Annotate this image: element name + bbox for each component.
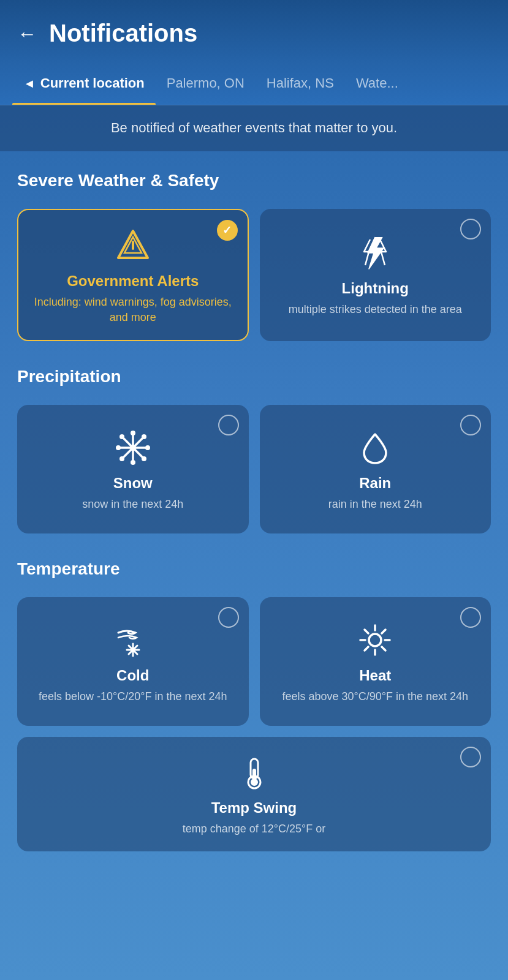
header: ← Notifications (0, 0, 508, 62)
lightning-card[interactable]: Lightning multiple strikes detected in t… (260, 209, 491, 341)
cold-checkbox[interactable] (218, 607, 239, 628)
govt-alerts-checkbox[interactable] (217, 220, 238, 241)
back-button[interactable]: ← (17, 24, 37, 43)
svg-point-10 (145, 445, 150, 450)
location-icon: ◄ (23, 77, 36, 91)
temperature-section: Temperature (0, 540, 508, 597)
temp-swing-card[interactable]: Temp Swing temp change of 12°C/25°F or (17, 737, 491, 851)
svg-point-14 (119, 456, 124, 461)
snow-checkbox[interactable] (218, 415, 239, 435)
tab-halifax[interactable]: Halifax, NS (256, 62, 345, 105)
cold-card[interactable]: Cold feels below -10°C/20°F in the next … (17, 597, 249, 726)
svg-point-21 (369, 634, 381, 646)
snow-icon (115, 429, 151, 466)
svg-point-7 (131, 431, 135, 435)
lightning-name: Lightning (342, 280, 409, 297)
svg-line-29 (365, 647, 368, 650)
precipitation-cards: Snow snow in the next 24h Rain rain in t… (0, 405, 508, 540)
tab-wate-label: Wate... (356, 75, 398, 91)
svg-point-20 (131, 647, 135, 652)
svg-point-8 (131, 460, 135, 465)
svg-line-28 (382, 630, 385, 633)
snow-desc: snow in the next 24h (82, 497, 183, 512)
tab-halifax-label: Halifax, NS (267, 75, 334, 91)
snow-name: Snow (113, 475, 153, 492)
heat-checkbox[interactable] (460, 607, 481, 628)
severe-weather-title: Severe Weather & Safety (17, 171, 491, 190)
svg-point-13 (142, 434, 146, 439)
heat-icon (357, 622, 393, 658)
svg-point-33 (251, 778, 258, 786)
tab-palermo-label: Palermo, ON (167, 75, 245, 91)
tab-current-location-label: Current location (40, 75, 145, 91)
temp-swing-section: Temp Swing temp change of 12°C/25°F or (0, 737, 508, 858)
page-title: Notifications (49, 20, 197, 47)
cold-desc: feels below -10°C/20°F in the next 24h (39, 689, 227, 704)
rain-icon (357, 429, 393, 466)
heat-desc: feels above 30°C/90°F in the next 24h (282, 689, 468, 704)
temperature-cards: Cold feels below -10°C/20°F in the next … (0, 597, 508, 732)
tab-palermo[interactable]: Palermo, ON (156, 62, 256, 105)
severe-weather-cards: Government Alerts Including: wind warnin… (0, 209, 508, 347)
rain-card[interactable]: Rain rain in the next 24h (260, 405, 491, 533)
svg-line-26 (365, 630, 368, 633)
lightning-icon (357, 235, 393, 271)
govt-alerts-name: Government Alerts (67, 273, 199, 290)
temp-swing-desc: temp change of 12°C/25°F or (183, 821, 326, 837)
location-tabs: ◄ Current location Palermo, ON Halifax, … (0, 62, 508, 105)
svg-point-9 (116, 445, 121, 450)
temp-swing-checkbox[interactable] (460, 747, 481, 767)
svg-point-15 (130, 445, 136, 451)
rain-desc: rain in the next 24h (328, 497, 422, 512)
tab-wate[interactable]: Wate... (345, 62, 409, 105)
govt-alerts-desc: Including: wind warnings, fog advisories… (31, 295, 235, 325)
info-banner: Be notified of weather events that matte… (0, 105, 508, 151)
heat-card[interactable]: Heat feels above 30°C/90°F in the next 2… (260, 597, 491, 726)
severe-weather-section: Severe Weather & Safety (0, 151, 508, 209)
svg-line-27 (382, 647, 385, 650)
cold-icon (115, 622, 151, 658)
temp-swing-name: Temp Swing (211, 799, 297, 816)
snow-card[interactable]: Snow snow in the next 24h (17, 405, 249, 533)
lightning-checkbox[interactable] (460, 219, 481, 239)
temperature-title: Temperature (17, 559, 491, 579)
heat-name: Heat (359, 667, 391, 684)
govt-alerts-icon (115, 227, 151, 264)
rain-checkbox[interactable] (460, 415, 481, 435)
govt-alerts-card[interactable]: Government Alerts Including: wind warnin… (17, 209, 249, 341)
svg-point-11 (119, 434, 124, 439)
cold-name: Cold (116, 667, 149, 684)
lightning-desc: multiple strikes detected in the area (289, 302, 462, 317)
thermometer-icon (236, 754, 273, 791)
banner-text: Be notified of weather events that matte… (111, 120, 397, 135)
tab-current-location[interactable]: ◄ Current location (12, 62, 156, 105)
precipitation-section: Precipitation (0, 347, 508, 405)
precipitation-title: Precipitation (17, 367, 491, 386)
rain-name: Rain (359, 475, 391, 492)
svg-point-12 (142, 456, 146, 461)
